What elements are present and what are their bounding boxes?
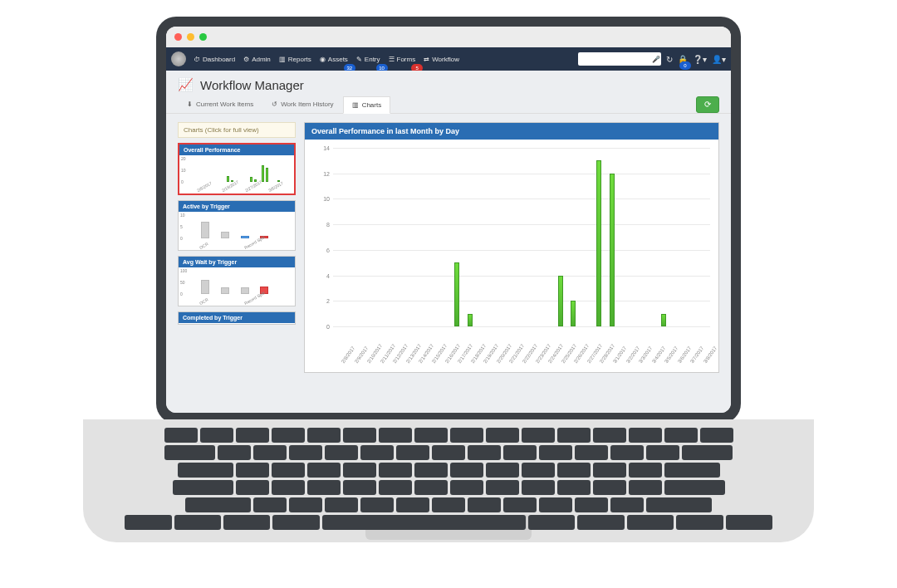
bar (610, 174, 615, 326)
ytick: 12 (315, 170, 330, 176)
nav-item-forms[interactable]: ☰Forms5 (386, 56, 419, 63)
page-title-row: 📈 Workflow Manager (166, 71, 731, 96)
gridline (333, 276, 710, 277)
refresh-button[interactable]: ⟳ (696, 96, 719, 113)
gridline (333, 250, 710, 251)
ytick: 14 (315, 145, 330, 151)
tab-charts[interactable]: ▥ Charts (343, 96, 391, 114)
main-chart-title: Overall Performance in last Month by Day (305, 123, 718, 140)
nav-label: Workflow (432, 56, 459, 63)
forms-icon: ☰ (389, 56, 395, 63)
ytick: 100 (180, 268, 187, 273)
chart-sidebar: Charts (Click for full view) Overall Per… (178, 122, 296, 325)
bar (468, 314, 473, 326)
nav-label: Entry (365, 56, 380, 63)
thumb-title: Completed by Trigger (179, 312, 295, 323)
nav-item-reports[interactable]: ▥Reports (277, 56, 314, 63)
bar (661, 314, 666, 326)
brand-logo[interactable] (171, 51, 186, 66)
assets-icon: ◉ (320, 56, 326, 63)
ytick: 6 (315, 247, 330, 252)
window-close-dot[interactable] (174, 33, 182, 41)
main-chart-panel: Overall Performance in last Month by Day… (304, 122, 719, 373)
thumb-chart: 10 5 0 OCR Record Split (179, 212, 295, 250)
ytick: 0 (181, 179, 184, 184)
ytick: 10 (180, 213, 185, 218)
tab-label: Current Work Items (196, 100, 253, 108)
nav-label: Assets (328, 56, 348, 63)
nav-item-workflow[interactable]: ⇄Workflow (421, 56, 462, 63)
main-chart: 024681012142/8/20172/9/20172/10/20172/11… (305, 140, 718, 372)
gridline (333, 198, 710, 199)
page-title: Workflow Manager (200, 78, 304, 92)
mic-icon[interactable]: 🎤 (651, 54, 661, 64)
thumb-chart: 100 50 0 OCR Record Split (179, 267, 295, 306)
bar (596, 160, 601, 326)
history-icon: ↺ (272, 100, 277, 108)
search-input[interactable]: 🎤 (578, 52, 661, 66)
lock-badge: 0 (679, 61, 691, 70)
thumb-title: Avg Wait by Trigger (179, 257, 295, 267)
admin-icon: ⚙ (243, 56, 249, 63)
sidebar-header: Charts (Click for full view) (178, 122, 296, 138)
nav-label: Reports (288, 56, 311, 63)
nav-item-assets[interactable]: ◉Assets32 (317, 56, 350, 63)
workflow-icon: ⇄ (424, 56, 429, 63)
tab-work-item-history[interactable]: ↺ Work Item History (262, 96, 342, 113)
reports-icon: ▥ (279, 56, 286, 63)
tab-current-work-items[interactable]: ⬇ Current Work Items (178, 96, 262, 113)
window-zoom-dot[interactable] (199, 33, 207, 41)
sitemap-icon: ⬇ (187, 100, 193, 108)
nav-item-dashboard[interactable]: ⏱Dashboard (191, 56, 238, 63)
bar (558, 276, 563, 326)
user-icon[interactable]: 👤▾ (712, 55, 726, 64)
ytick: 2 (315, 298, 330, 304)
xlabel: OCR (199, 241, 209, 250)
workflow-icon: 📈 (178, 77, 194, 92)
thumb-chart: 20 10 0 2 (179, 155, 294, 194)
nav-label: Dashboard (203, 56, 235, 63)
thumb-overall-performance[interactable]: Overall Performance 20 10 0 (178, 143, 296, 195)
thumb-active-by-trigger[interactable]: Active by Trigger 10 5 0 OCR (178, 200, 296, 251)
gridline (333, 224, 710, 225)
help-icon[interactable]: ❔▾ (693, 55, 707, 64)
app-body: 📈 Workflow Manager ⬇ Current Work Items … (166, 71, 731, 413)
thumb-title: Active by Trigger (179, 201, 295, 212)
bar (571, 301, 576, 326)
ytick: 20 (181, 156, 186, 161)
xlabel: OCR (199, 296, 209, 306)
gridline (333, 301, 710, 301)
nav-item-entry[interactable]: ✎Entry10 (354, 56, 383, 63)
nav-item-admin[interactable]: ⚙Admin (241, 56, 273, 63)
entry-icon: ✎ (356, 56, 362, 63)
nav-label: Forms (397, 56, 416, 63)
browser-chrome (166, 27, 731, 47)
thumb-avg-wait-by-trigger[interactable]: Avg Wait by Trigger 100 50 0 OCR (178, 256, 296, 306)
thumb-completed-by-trigger[interactable]: Completed by Trigger (178, 311, 296, 325)
ytick: 5 (180, 224, 183, 229)
ytick: 0 (180, 236, 183, 241)
window-minimize-dot[interactable] (187, 33, 194, 41)
dashboard-icon: ⏱ (194, 56, 200, 63)
xtick: 3/8/2017 (703, 345, 718, 365)
gridline (333, 148, 710, 149)
lock-icon[interactable]: 🔒 0 (678, 55, 688, 64)
refresh-icon[interactable]: ↻ (666, 55, 673, 64)
app-navbar: ⏱Dashboard⚙Admin▥Reports◉Assets32✎Entry1… (166, 47, 731, 71)
nav-label: Admin (252, 56, 271, 63)
laptop-keyboard (125, 428, 772, 532)
bar (454, 262, 459, 326)
gridline (333, 326, 710, 327)
tabs-row: ⬇ Current Work Items ↺ Work Item History… (166, 96, 731, 114)
tab-label: Charts (362, 101, 382, 109)
chart-icon: ▥ (352, 101, 359, 109)
screen: ⏱Dashboard⚙Admin▥Reports◉Assets32✎Entry1… (166, 27, 731, 413)
tab-label: Work Item History (281, 100, 333, 108)
ytick: 50 (180, 280, 185, 285)
ytick: 8 (315, 222, 330, 228)
ytick: 10 (315, 196, 330, 202)
gridline (333, 174, 710, 174)
ytick: 4 (315, 272, 330, 278)
thumb-title: Overall Performance (179, 145, 294, 155)
ytick: 0 (315, 324, 330, 330)
